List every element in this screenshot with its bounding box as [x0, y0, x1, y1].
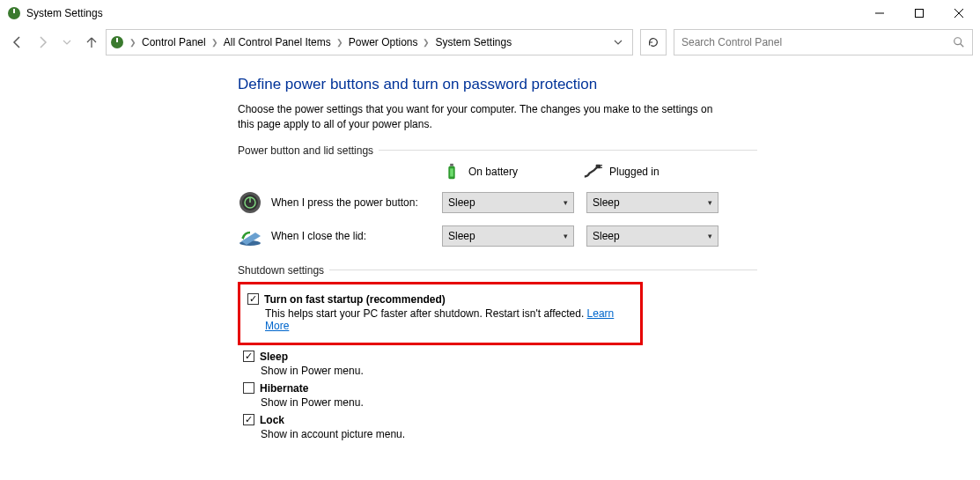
- breadcrumb-item[interactable]: Control Panel: [142, 36, 206, 48]
- page-heading: Define power buttons and turn on passwor…: [238, 76, 757, 93]
- close-lid-label: When I close the lid:: [271, 230, 442, 242]
- section-power-button-lid: Power button and lid settings: [238, 144, 757, 157]
- lock-description: Show in account picture menu.: [261, 428, 757, 440]
- power-options-icon: [7, 6, 21, 20]
- close-button[interactable]: [939, 1, 978, 26]
- forward-button[interactable]: [32, 32, 53, 53]
- sleep-description: Show in Power menu.: [261, 365, 757, 377]
- svg-point-8: [954, 38, 962, 45]
- up-button[interactable]: [81, 32, 102, 53]
- on-battery-column: On battery: [442, 162, 583, 181]
- close-lid-row: When I close the lid: Sleep▾ Sleep▾: [238, 224, 757, 248]
- titlebar: System Settings: [0, 0, 980, 26]
- svg-rect-11: [450, 163, 453, 166]
- power-button-label: When I press the power button:: [271, 196, 442, 209]
- fast-startup-checkbox[interactable]: [247, 293, 259, 305]
- power-button-icon: [238, 190, 262, 215]
- svg-rect-7: [116, 38, 118, 42]
- fast-startup-setting: Turn on fast startup (recommended) This …: [247, 293, 635, 332]
- plugged-in-column: Plugged in: [583, 162, 724, 181]
- maximize-button[interactable]: [899, 1, 939, 26]
- close-lid-battery-dropdown[interactable]: Sleep▾: [442, 225, 574, 247]
- breadcrumb-item[interactable]: Power Options: [349, 36, 418, 48]
- breadcrumb-item[interactable]: System Settings: [435, 36, 512, 48]
- power-button-plugged-dropdown[interactable]: Sleep▾: [586, 192, 718, 213]
- close-lid-plugged-dropdown[interactable]: Sleep▾: [586, 225, 718, 247]
- battery-icon: [442, 162, 461, 181]
- window-title: System Settings: [26, 7, 103, 19]
- sleep-setting: Sleep Show in Power menu.: [243, 351, 757, 377]
- lock-label: Lock: [260, 414, 284, 426]
- search-icon: [953, 36, 965, 48]
- chevron-right-icon: ❯: [421, 38, 431, 47]
- power-button-battery-dropdown[interactable]: Sleep▾: [442, 192, 574, 213]
- svg-rect-12: [450, 168, 453, 176]
- breadcrumb-item[interactable]: All Control Panel Items: [224, 36, 331, 48]
- fast-startup-description: This helps start your PC faster after sh…: [265, 307, 635, 332]
- chevron-down-icon: ▾: [564, 232, 568, 240]
- minimize-button[interactable]: [859, 1, 899, 26]
- hibernate-setting: Hibernate Show in Power menu.: [243, 382, 757, 409]
- svg-rect-13: [596, 164, 601, 168]
- window-controls: [859, 1, 978, 26]
- address-bar[interactable]: ❯ Control Panel ❯ All Control Panel Item…: [106, 29, 633, 55]
- search-input[interactable]: [682, 36, 953, 48]
- chevron-right-icon: ❯: [128, 38, 138, 47]
- back-button[interactable]: [7, 32, 28, 53]
- chevron-right-icon: ❯: [210, 38, 220, 47]
- sleep-checkbox[interactable]: [243, 351, 254, 362]
- hibernate-label: Hibernate: [260, 382, 308, 395]
- refresh-button[interactable]: [640, 29, 667, 55]
- chevron-down-icon: ▾: [708, 198, 712, 207]
- lock-checkbox[interactable]: [243, 414, 254, 425]
- sleep-label: Sleep: [260, 351, 288, 363]
- column-headers: On battery Plugged in: [238, 162, 757, 181]
- chevron-down-icon: ▾: [564, 198, 568, 207]
- power-button-row: When I press the power button: Sleep▾ Sl…: [238, 190, 757, 215]
- svg-rect-3: [915, 10, 923, 18]
- control-panel-icon: [110, 35, 124, 49]
- fast-startup-highlight: Turn on fast startup (recommended) This …: [238, 282, 643, 345]
- chevron-right-icon: ❯: [335, 38, 345, 47]
- chevron-down-icon: ▾: [708, 232, 712, 240]
- plug-icon: [583, 162, 602, 181]
- page-description: Choose the power settings that you want …: [238, 102, 731, 132]
- svg-line-9: [961, 44, 964, 48]
- fast-startup-label: Turn on fast startup (recommended): [264, 293, 446, 306]
- recent-dropdown-button[interactable]: [56, 32, 77, 53]
- refresh-icon: [647, 36, 659, 48]
- address-dropdown-button[interactable]: [608, 30, 629, 55]
- hibernate-description: Show in Power menu.: [261, 396, 757, 409]
- search-box[interactable]: [674, 29, 973, 55]
- lock-setting: Lock Show in account picture menu.: [243, 414, 757, 440]
- svg-rect-1: [13, 9, 15, 13]
- navigation-bar: ❯ Control Panel ❯ All Control Panel Item…: [0, 26, 980, 58]
- laptop-lid-icon: [238, 224, 262, 248]
- content-area: Define power buttons and turn on passwor…: [0, 58, 757, 440]
- section-shutdown-settings: Shutdown settings: [238, 264, 757, 277]
- hibernate-checkbox[interactable]: [243, 382, 254, 394]
